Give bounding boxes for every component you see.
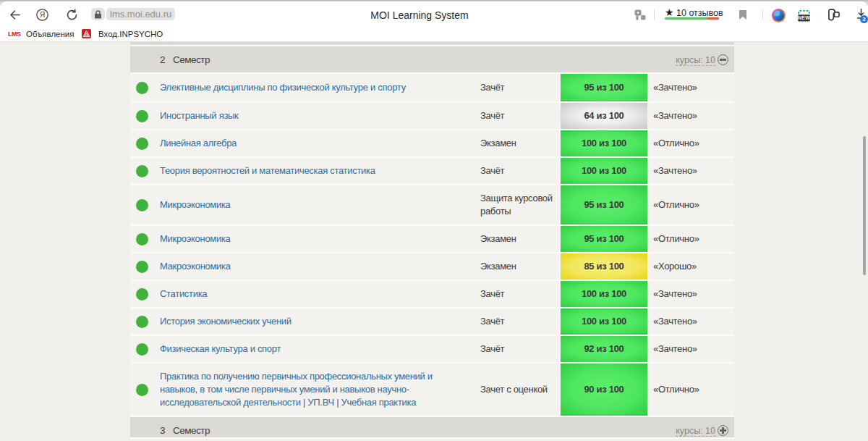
svg-text:NEW: NEW [798,15,810,20]
